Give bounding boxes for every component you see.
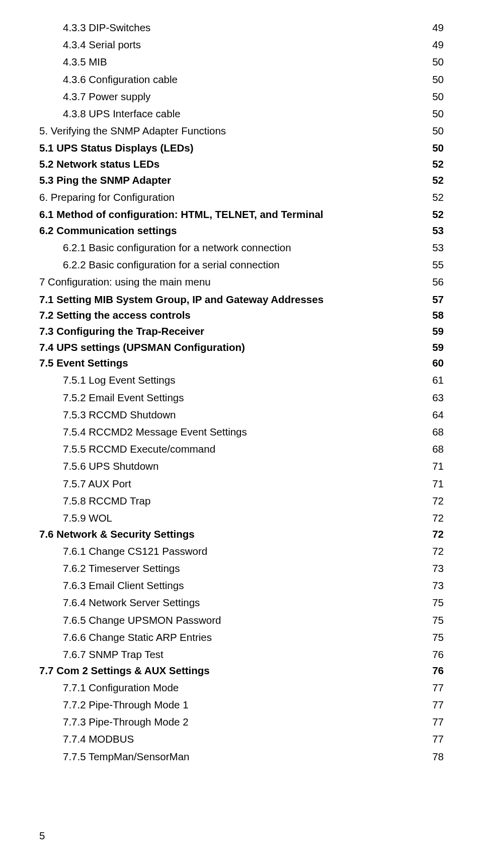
toc-entry[interactable]: 7.5.4 RCCMD2 Message Event Settings68 bbox=[39, 426, 444, 438]
toc-entry-page: 56 bbox=[432, 276, 444, 288]
toc-entry-page: 50 bbox=[432, 108, 444, 120]
toc-entry-page: 68 bbox=[432, 426, 444, 438]
toc-entry-page: 53 bbox=[432, 225, 444, 237]
toc-entry-label: 7.7.5 TempMan/SensorMan bbox=[63, 751, 432, 763]
toc-entry-page: 73 bbox=[432, 580, 444, 592]
toc-entry-label: 7.7.1 Configuration Mode bbox=[63, 682, 432, 694]
toc-entry[interactable]: 7.6.6 Change Static ARP Entries75 bbox=[39, 631, 444, 643]
toc-entry[interactable]: 7.7.4 MODBUS77 bbox=[39, 733, 444, 745]
toc-entry-page: 53 bbox=[432, 242, 444, 254]
toc-entry-page: 49 bbox=[432, 22, 444, 34]
toc-entry-page: 50 bbox=[432, 56, 444, 68]
toc-entry[interactable]: 6.2.2 Basic configuration for a serial c… bbox=[39, 259, 444, 271]
toc-entry-label: 7.5.8 RCCMD Trap bbox=[63, 495, 432, 507]
toc-entry-label: 7.5.9 WOL bbox=[63, 512, 432, 524]
toc-entry-label: 4.3.7 Power supply bbox=[63, 91, 432, 103]
toc-entry-label: 7.5.5 RCCMD Execute/command bbox=[63, 443, 432, 455]
toc-entry[interactable]: 7.6.5 Change UPSMON Password75 bbox=[39, 614, 444, 626]
toc-entry-label: 7.5.7 AUX Port bbox=[63, 478, 432, 490]
toc-entry[interactable]: 4.3.7 Power supply50 bbox=[39, 91, 444, 103]
toc-entry[interactable]: 7.7.3 Pipe-Through Mode 277 bbox=[39, 716, 444, 728]
toc-entry-page: 68 bbox=[432, 443, 444, 455]
toc-entry-page: 52 bbox=[432, 174, 444, 186]
toc-entry-label: 7.6 Network & Security Settings bbox=[39, 528, 432, 540]
toc-entry[interactable]: 7.2 Setting the access controls58 bbox=[39, 309, 444, 321]
toc-entry[interactable]: 7.7.1 Configuration Mode77 bbox=[39, 682, 444, 694]
toc-entry[interactable]: 7.5.6 UPS Shutdown71 bbox=[39, 460, 444, 472]
toc-entry[interactable]: 4.3.6 Configuration cable50 bbox=[39, 74, 444, 86]
toc-entry-label: 7.4 UPS settings (UPSMAN Configuration) bbox=[39, 341, 432, 353]
toc-entry[interactable]: 7.7 Com 2 Settings & AUX Settings76 bbox=[39, 665, 444, 677]
toc-entry-label: 7.6.5 Change UPSMON Password bbox=[63, 614, 432, 626]
toc-entry[interactable]: 6. Preparing for Configuration52 bbox=[39, 191, 444, 203]
toc-entry-page: 76 bbox=[432, 665, 444, 677]
toc-entry-label: 7.6.4 Network Server Settings bbox=[63, 597, 432, 609]
toc-entry-page: 50 bbox=[432, 91, 444, 103]
toc-entry[interactable]: 7.5.2 Email Event Settings63 bbox=[39, 392, 444, 404]
toc-entry-page: 52 bbox=[432, 158, 444, 170]
toc-entry-label: 6. Preparing for Configuration bbox=[39, 191, 432, 203]
toc-entry-page: 55 bbox=[432, 259, 444, 271]
toc-entry-label: 7.5 Event Settings bbox=[39, 357, 432, 369]
toc-entry[interactable]: 5.3 Ping the SNMP Adapter52 bbox=[39, 174, 444, 186]
toc-entry-page: 59 bbox=[432, 341, 444, 353]
toc-entry[interactable]: 7.7.5 TempMan/SensorMan78 bbox=[39, 751, 444, 763]
toc-entry-label: 6.2.1 Basic configuration for a network … bbox=[63, 242, 432, 254]
toc-entry[interactable]: 5.1 UPS Status Displays (LEDs)50 bbox=[39, 142, 444, 154]
toc-entry-page: 72 bbox=[432, 495, 444, 507]
toc-entry[interactable]: 7.7.2 Pipe-Through Mode 177 bbox=[39, 699, 444, 711]
toc-entry-page: 75 bbox=[432, 614, 444, 626]
toc-entry-page: 77 bbox=[432, 699, 444, 711]
toc-entry[interactable]: 7.1 Setting MIB System Group, IP and Gat… bbox=[39, 294, 444, 306]
toc-entry-page: 52 bbox=[432, 191, 444, 203]
toc-entry-page: 50 bbox=[432, 125, 444, 137]
toc-entry-page: 52 bbox=[432, 208, 444, 221]
toc-entry-page: 63 bbox=[432, 392, 444, 404]
toc-entry-label: 4.3.3 DIP-Switches bbox=[63, 22, 432, 34]
page-root: 4.3.3 DIP-Switches494.3.4 Serial ports49… bbox=[0, 0, 483, 868]
toc-entry[interactable]: 7.5 Event Settings60 bbox=[39, 357, 444, 369]
toc-entry[interactable]: 6.1 Method of configuration: HTML, TELNE… bbox=[39, 208, 444, 221]
toc-entry-page: 61 bbox=[432, 374, 444, 386]
toc-entry[interactable]: 7.6.2 Timeserver Settings73 bbox=[39, 562, 444, 574]
toc-entry-label: 7.5.6 UPS Shutdown bbox=[63, 460, 432, 472]
toc-entry[interactable]: 4.3.3 DIP-Switches49 bbox=[39, 22, 444, 34]
toc-entry[interactable]: 5. Verifying the SNMP Adapter Functions5… bbox=[39, 125, 444, 137]
toc-entry[interactable]: 5.2 Network status LEDs52 bbox=[39, 158, 444, 170]
toc-entry[interactable]: 4.3.8 UPS Interface cable50 bbox=[39, 108, 444, 120]
toc-entry-label: 7.7.2 Pipe-Through Mode 1 bbox=[63, 699, 432, 711]
toc-entry[interactable]: 7.3 Configuring the Trap-Receiver59 bbox=[39, 325, 444, 337]
toc-entry-label: 4.3.8 UPS Interface cable bbox=[63, 108, 432, 120]
toc-entry[interactable]: 7.5.5 RCCMD Execute/command68 bbox=[39, 443, 444, 455]
toc-entry[interactable]: 7 Configuration: using the main menu56 bbox=[39, 276, 444, 288]
toc-entry-label: 6.1 Method of configuration: HTML, TELNE… bbox=[39, 208, 432, 221]
toc-entry-page: 57 bbox=[432, 294, 444, 306]
toc-entry[interactable]: 7.6 Network & Security Settings72 bbox=[39, 528, 444, 540]
toc-entry-page: 78 bbox=[432, 751, 444, 763]
toc-entry-page: 71 bbox=[432, 460, 444, 472]
toc-entry[interactable]: 7.4 UPS settings (UPSMAN Configuration)5… bbox=[39, 341, 444, 353]
toc-entry-label: 6.2.2 Basic configuration for a serial c… bbox=[63, 259, 432, 271]
toc-entry-page: 75 bbox=[432, 597, 444, 609]
toc-entry[interactable]: 7.5.7 AUX Port71 bbox=[39, 478, 444, 490]
toc-entry-page: 72 bbox=[432, 528, 444, 540]
toc-entry[interactable]: 7.5.1 Log Event Settings61 bbox=[39, 374, 444, 386]
toc-entry-page: 75 bbox=[432, 631, 444, 643]
toc-entry[interactable]: 7.6.3 Email Client Settings73 bbox=[39, 580, 444, 592]
toc-entry[interactable]: 7.5.9 WOL72 bbox=[39, 512, 444, 524]
toc-entry-page: 77 bbox=[432, 733, 444, 745]
toc-entry[interactable]: 7.5.8 RCCMD Trap72 bbox=[39, 495, 444, 507]
toc-entry[interactable]: 6.2.1 Basic configuration for a network … bbox=[39, 242, 444, 254]
toc-entry[interactable]: 7.6.4 Network Server Settings75 bbox=[39, 597, 444, 609]
toc-entry-label: 7.7 Com 2 Settings & AUX Settings bbox=[39, 665, 432, 677]
toc-entry[interactable]: 4.3.4 Serial ports49 bbox=[39, 39, 444, 51]
toc-entry[interactable]: 4.3.5 MIB50 bbox=[39, 56, 444, 68]
toc-entry[interactable]: 7.6.7 SNMP Trap Test76 bbox=[39, 648, 444, 661]
toc-entry-label: 7.6.1 Change CS121 Password bbox=[63, 545, 432, 557]
toc-entry[interactable]: 7.6.1 Change CS121 Password72 bbox=[39, 545, 444, 557]
toc-entry-page: 71 bbox=[432, 478, 444, 490]
toc-entry[interactable]: 7.5.3 RCCMD Shutdown64 bbox=[39, 409, 444, 421]
toc-entry-label: 7.5.4 RCCMD2 Message Event Settings bbox=[63, 426, 432, 438]
toc-entry-page: 77 bbox=[432, 682, 444, 694]
toc-entry[interactable]: 6.2 Communication settings53 bbox=[39, 225, 444, 237]
